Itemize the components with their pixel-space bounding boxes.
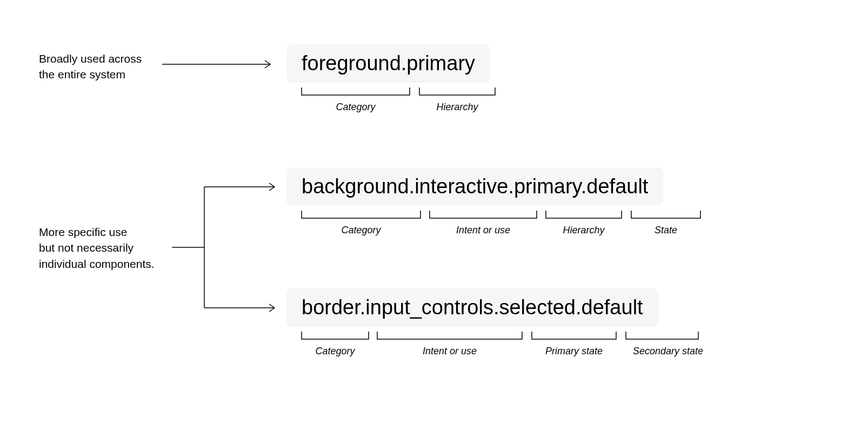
label-intent: Intent or use <box>377 346 522 357</box>
label-hierarchy: Hierarchy <box>419 102 495 113</box>
bracket-icon <box>302 87 410 98</box>
bracket-icon <box>631 211 700 221</box>
bracket-icon <box>377 332 522 342</box>
description-broad: Broadly used across the entire system <box>39 51 142 83</box>
label-intent: Intent or use <box>430 225 537 236</box>
description-specific: More specific use but not necessarily in… <box>39 224 155 272</box>
branch-arrow-icon <box>172 184 280 313</box>
label-category: Category <box>302 225 420 236</box>
label-category: Category <box>302 346 369 357</box>
arrow-icon <box>162 59 276 70</box>
bracket-icon <box>626 332 698 342</box>
bracket-icon <box>532 332 616 342</box>
token-foreground-primary: foreground.primary <box>286 44 490 83</box>
label-primary-state: Primary state <box>532 346 616 357</box>
bracket-icon <box>302 211 420 221</box>
diagram-canvas: Broadly used across the entire system fo… <box>0 0 868 445</box>
label-hierarchy: Hierarchy <box>546 225 622 236</box>
bracket-icon <box>419 87 495 98</box>
bracket-icon <box>546 211 622 221</box>
token-border-input-controls: border.input_controls.selected.default <box>286 288 658 327</box>
label-category: Category <box>302 102 410 113</box>
token-background-interactive: background.interactive.primary.default <box>286 167 663 206</box>
label-secondary-state: Secondary state <box>626 346 710 357</box>
bracket-icon <box>430 211 537 221</box>
label-state: State <box>631 225 700 236</box>
bracket-icon <box>302 332 369 342</box>
